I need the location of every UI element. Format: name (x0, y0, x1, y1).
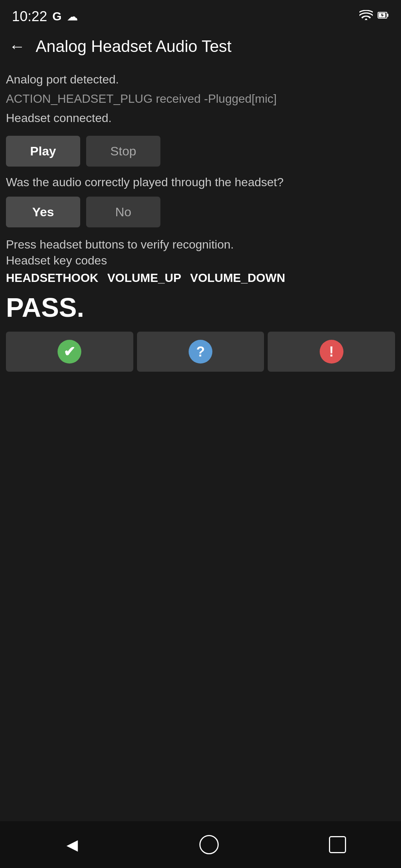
cloud-icon: ☁ (67, 10, 78, 23)
status-line-1: Analog port detected. (6, 70, 395, 88)
key-codes-row: HEADSETHOOK VOLUME_UP VOLUME_DOWN (6, 271, 395, 285)
nav-recents-button[interactable] (329, 836, 346, 853)
yes-button[interactable]: Yes (6, 197, 80, 227)
toolbar: ← Analog Headset Audio Test (0, 30, 401, 63)
main-content: Analog port detected. ACTION_HEADSET_PLU… (0, 63, 401, 868)
key-code-headsethook: HEADSETHOOK (6, 271, 98, 285)
unknown-icon: ? (189, 340, 212, 364)
question-text: Was the audio correctly played through t… (6, 175, 395, 189)
nav-home-button[interactable] (199, 835, 219, 854)
unknown-action-button[interactable]: ? (137, 332, 264, 372)
nav-bar: ◀ (0, 821, 401, 868)
status-line-3: Headset connected. (6, 109, 395, 127)
page-title: Analog Headset Audio Test (36, 37, 232, 56)
nav-recents-icon (329, 836, 346, 853)
status-time: 10:22 (12, 9, 47, 24)
instruction-text: Press headset buttons to verify recognit… (6, 238, 395, 251)
status-left: 10:22 G ☁ (12, 9, 78, 24)
play-button[interactable]: Play (6, 136, 80, 167)
google-icon: G (52, 10, 62, 23)
key-code-volume-down: VOLUME_DOWN (190, 271, 285, 285)
key-code-volume-up: VOLUME_UP (107, 271, 181, 285)
battery-icon (377, 9, 389, 24)
fail-icon: ! (320, 340, 343, 364)
nav-home-icon (199, 835, 219, 854)
no-button[interactable]: No (86, 197, 160, 227)
fail-action-button[interactable]: ! (268, 332, 395, 372)
status-line-2: ACTION_HEADSET_PLUG received -Plugged[mi… (6, 90, 395, 108)
key-codes-label: Headset key codes (6, 254, 395, 267)
svg-rect-1 (387, 14, 388, 17)
nav-back-button[interactable]: ◀ (55, 832, 89, 857)
action-buttons-row: ✔ ? ! (6, 332, 395, 372)
stop-button[interactable]: Stop (86, 136, 160, 167)
back-button[interactable]: ← (9, 38, 25, 55)
status-right (359, 9, 389, 24)
pass-text: PASS. (6, 292, 395, 323)
nav-back-icon: ◀ (66, 836, 78, 853)
pass-icon: ✔ (58, 340, 81, 364)
wifi-icon (359, 10, 373, 23)
play-stop-row: Play Stop (6, 136, 395, 167)
pass-action-button[interactable]: ✔ (6, 332, 133, 372)
status-bar: 10:22 G ☁ (0, 0, 401, 30)
yes-no-row: Yes No (6, 197, 395, 227)
